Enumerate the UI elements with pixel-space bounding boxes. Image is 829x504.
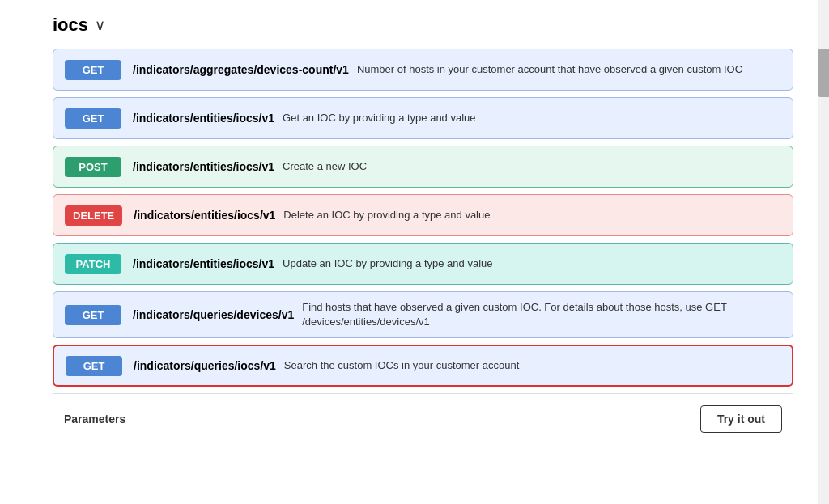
main-content: iocs ∨ GET/indicators/aggregates/devices… bbox=[0, 0, 818, 444]
api-description: Delete an IOC by providing a type and va… bbox=[283, 208, 490, 222]
api-path: /indicators/queries/iocs/v1 bbox=[134, 359, 276, 372]
section-title-text: iocs bbox=[53, 15, 88, 36]
api-path: /indicators/aggregates/devices-count/v1 bbox=[133, 63, 349, 76]
api-description: Find hosts that have observed a given cu… bbox=[302, 300, 781, 329]
api-row[interactable]: GET/indicators/queries/iocs/v1Search the… bbox=[53, 345, 793, 387]
method-badge-get-1: GET bbox=[65, 108, 121, 129]
method-badge-patch-4: PATCH bbox=[65, 254, 121, 274]
api-row[interactable]: GET/indicators/aggregates/devices-count/… bbox=[53, 49, 793, 91]
method-badge-delete-3: DELETE bbox=[65, 205, 122, 226]
api-path: /indicators/entities/iocs/v1 bbox=[133, 160, 274, 173]
api-row[interactable]: GET/indicators/queries/devices/v1Find ho… bbox=[53, 291, 793, 338]
api-row[interactable]: POST/indicators/entities/iocs/v1Create a… bbox=[53, 146, 793, 188]
parameters-label: Parameters bbox=[64, 413, 125, 426]
api-row[interactable]: PATCH/indicators/entities/iocs/v1Update … bbox=[53, 243, 793, 285]
api-path: /indicators/entities/iocs/v1 bbox=[133, 112, 274, 125]
api-description: Number of hosts in your customer account… bbox=[357, 62, 742, 77]
api-description: Create a new IOC bbox=[283, 159, 367, 174]
api-path: /indicators/entities/iocs/v1 bbox=[134, 209, 275, 222]
method-badge-get-6: GET bbox=[66, 356, 122, 376]
api-description: Get an IOC by providing a type and value bbox=[283, 111, 475, 125]
section-title: iocs ∨ bbox=[53, 8, 793, 36]
api-list: GET/indicators/aggregates/devices-count/… bbox=[53, 49, 793, 387]
method-badge-get-0: GET bbox=[65, 60, 121, 80]
api-description: Update an IOC by providing a type and va… bbox=[283, 256, 492, 271]
api-path: /indicators/queries/devices/v1 bbox=[133, 308, 294, 321]
api-row[interactable]: GET/indicators/entities/iocs/v1Get an IO… bbox=[53, 97, 793, 139]
page-container: iocs ∨ GET/indicators/aggregates/devices… bbox=[0, 0, 829, 504]
api-row[interactable]: DELETE/indicators/entities/iocs/v1Delete… bbox=[53, 194, 793, 236]
scrollbar-thumb[interactable] bbox=[818, 49, 829, 97]
method-badge-get-5: GET bbox=[65, 305, 121, 325]
scrollbar[interactable] bbox=[818, 0, 829, 504]
api-description: Search the custom IOCs in your customer … bbox=[284, 358, 519, 373]
try-it-out-button[interactable]: Try it out bbox=[700, 405, 782, 433]
method-badge-post-2: POST bbox=[65, 157, 121, 177]
bottom-bar: Parameters Try it out bbox=[53, 393, 793, 444]
chevron-down-icon[interactable]: ∨ bbox=[95, 16, 105, 34]
api-path: /indicators/entities/iocs/v1 bbox=[133, 257, 274, 270]
